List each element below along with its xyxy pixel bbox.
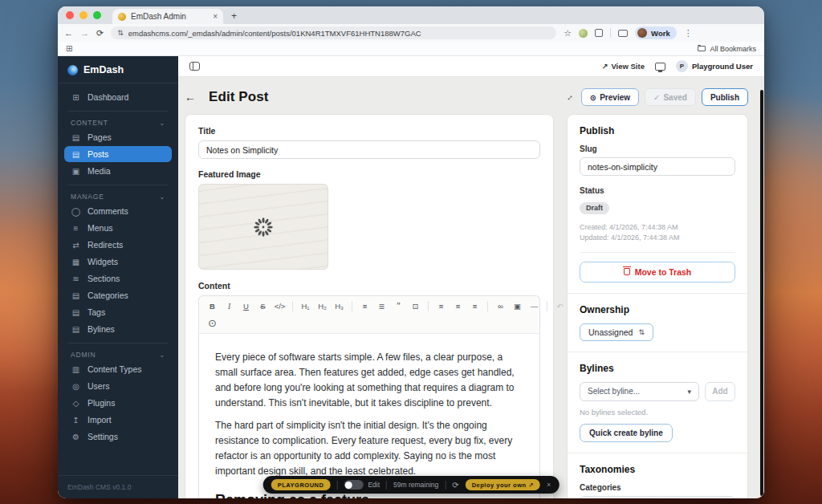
sidebar-item[interactable]: ◇ Plugins	[64, 395, 172, 411]
forward-icon[interactable]: →	[80, 28, 89, 38]
editor-body[interactable]: Every piece of software starts simple. A…	[198, 334, 540, 498]
toolbar-button[interactable]: ≡	[466, 299, 483, 313]
sidebar-item-label: Dashboard	[87, 92, 128, 102]
tab-close-icon[interactable]: ×	[213, 12, 218, 21]
toolbar-button[interactable]: ”	[390, 299, 407, 313]
sidebar-item[interactable]: ▤ Tags	[64, 304, 172, 320]
sidebar-item[interactable]: ⚙ Settings	[64, 429, 172, 445]
brand[interactable]: EmDash	[58, 56, 178, 83]
sidebar-item-label: Comments	[87, 206, 128, 216]
created-timestamp: Created: 4/1/2026, 7:44:38 AM	[580, 222, 735, 233]
new-tab-button[interactable]: +	[231, 10, 237, 22]
sidebar-item[interactable]: ↥ Import	[64, 412, 172, 428]
sidebar-item[interactable]: ▤ Bylines	[64, 321, 172, 337]
bookmark-star-icon[interactable]: ☆	[564, 28, 572, 39]
toolbar-button[interactable]: ⊙	[204, 316, 221, 330]
sidebar-item[interactable]: ▥ Content Types	[64, 361, 172, 377]
toolbar-button[interactable]: H₂	[314, 299, 331, 313]
sidebar-item-icon: ≡	[71, 224, 81, 233]
add-byline-button[interactable]: Add	[705, 382, 735, 401]
sidebar-item[interactable]: CONTENT ⌄	[64, 116, 172, 128]
sidebar-item[interactable]: ◎ Users	[64, 378, 172, 394]
toolbar-button[interactable]: I	[221, 299, 238, 313]
ownership-select[interactable]: Unassigned ⇅	[580, 323, 653, 341]
sidebar-item[interactable]	[67, 343, 169, 343]
toolbar-button[interactable]: ∞	[492, 299, 509, 313]
monitor-icon[interactable]	[655, 63, 665, 71]
toolbar-button[interactable]	[352, 301, 352, 311]
profile-chip[interactable]: Work	[635, 26, 677, 39]
toolbar-button[interactable]: </>	[271, 299, 288, 313]
browser-tab[interactable]: EmDash Admin ×	[112, 9, 223, 24]
edit-toggle[interactable]	[344, 480, 363, 490]
sidebar-item[interactable]: ◯ Comments	[64, 203, 172, 219]
sidebar-item-label: Pages	[87, 132, 112, 142]
title-input[interactable]	[198, 140, 540, 159]
toolbar-button[interactable]: H₃	[331, 299, 348, 313]
tab-share-icon[interactable]	[618, 30, 628, 37]
maximize-window-button[interactable]	[93, 11, 101, 19]
toolbar-button[interactable]: —	[526, 299, 543, 313]
sidebar-item[interactable]	[67, 185, 169, 185]
extensions-puzzle-icon[interactable]	[595, 29, 603, 37]
reload-icon[interactable]: ⟳	[96, 28, 104, 39]
toolbar-button[interactable]: ≡	[433, 299, 450, 313]
toolbar-button[interactable]: ≡	[450, 299, 466, 313]
close-icon[interactable]: ×	[547, 481, 551, 489]
chevron-down-icon: ⌄	[159, 352, 165, 359]
check-icon: ✓	[653, 93, 660, 102]
close-window-button[interactable]	[66, 11, 74, 19]
minimize-window-button[interactable]	[79, 11, 87, 19]
publish-button[interactable]: Publish	[702, 88, 748, 106]
toolbar-button[interactable]	[428, 301, 429, 311]
sidebar-item[interactable]: MANAGE ⌄	[64, 190, 172, 202]
sidebar-item[interactable]: ▦ Widgets	[64, 254, 172, 270]
sidebar-item[interactable]: ADMIN ⌄	[64, 348, 172, 360]
back-arrow-icon[interactable]: ←	[185, 91, 196, 104]
refresh-icon[interactable]: ⟳	[452, 481, 458, 490]
toolbar-button[interactable]: ▣	[509, 299, 526, 313]
sidebar-item[interactable]: ▣ Media	[64, 163, 172, 179]
move-to-trash-button[interactable]: Move to Trash	[580, 262, 735, 282]
scrollbar-thumb[interactable]	[760, 90, 763, 496]
all-bookmarks[interactable]: All Bookmarks	[698, 45, 756, 53]
sidebar-item[interactable]: ▤ Categories	[64, 287, 172, 303]
byline-select[interactable]: Select byline... ▾	[580, 382, 699, 401]
toolbar-button[interactable]	[547, 301, 547, 311]
featured-image[interactable]	[198, 184, 328, 270]
sidebar-item[interactable]	[67, 111, 169, 112]
user-menu[interactable]: P Playground User	[676, 60, 753, 72]
deploy-button[interactable]: Deploy your own ↗	[466, 479, 540, 490]
toolbar-button[interactable]: U	[238, 299, 254, 313]
toolbar-button[interactable]: H₁	[297, 299, 314, 313]
toolbar-button[interactable]: B	[204, 299, 221, 313]
tune-icon[interactable]: ⇅	[117, 29, 124, 37]
page-header: ← Edit Post ↕ ⊙ Preview ✓ Saved	[185, 88, 748, 106]
slug-input[interactable]	[580, 157, 735, 176]
quick-create-byline-button[interactable]: Quick create byline	[580, 424, 673, 442]
toolbar-button[interactable]: ≡	[356, 299, 373, 313]
address-bar[interactable]: ⇅ emdashcms.com/_emdash/admin/content/po…	[111, 26, 556, 39]
expand-icon[interactable]: ↕	[566, 92, 576, 102]
sidebar-item[interactable]: ≡ Menus	[64, 220, 172, 236]
featured-image-label: Featured Image	[198, 169, 540, 179]
extension-icon[interactable]	[579, 29, 588, 38]
collapse-sidebar-icon[interactable]	[189, 62, 200, 71]
sidebar-item[interactable]: ⊞ Dashboard	[64, 89, 172, 105]
view-site-button[interactable]: ↗ View Site	[601, 62, 645, 71]
back-icon[interactable]: ←	[64, 28, 73, 38]
toolbar-button[interactable]	[292, 301, 293, 311]
sidebar-item[interactable]: ▤ Pages	[64, 129, 172, 145]
apps-grid-icon[interactable]: ⊞	[66, 44, 72, 53]
toolbar-button[interactable]: ⊡	[407, 299, 424, 313]
browser-menu-icon[interactable]: ⋮	[684, 28, 693, 39]
toolbar-button[interactable]: ≣	[373, 299, 390, 313]
toolbar-button[interactable]: ↶	[551, 299, 568, 313]
toolbar-button[interactable]: S	[254, 299, 271, 313]
toolbar-button[interactable]	[487, 301, 488, 311]
sidebar-item[interactable]: ▤ Posts	[64, 146, 172, 162]
sidebar-item[interactable]: ≋ Sections	[64, 270, 172, 287]
preview-button[interactable]: ⊙ Preview	[581, 88, 639, 106]
sidebar-item-icon: ≋	[71, 274, 81, 283]
sidebar-item[interactable]: ⇄ Redirects	[64, 237, 172, 253]
